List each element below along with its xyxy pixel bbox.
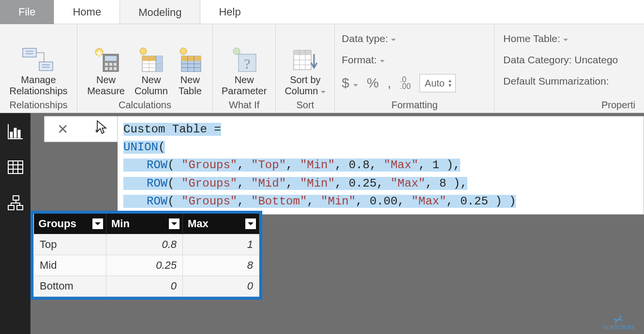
- group-label-sort: Sort: [283, 98, 328, 112]
- svg-rect-25: [181, 56, 201, 61]
- data-type-dropdown[interactable]: Data type:: [342, 33, 396, 44]
- svg-rect-41: [18, 130, 20, 138]
- svg-rect-3: [39, 62, 53, 71]
- left-nav: [0, 113, 30, 334]
- svg-point-23: [180, 48, 187, 55]
- report-view-button[interactable]: [6, 122, 25, 141]
- filter-icon[interactable]: [92, 218, 103, 229]
- home-table-dropdown[interactable]: Home Table:: [503, 33, 568, 44]
- main-area: ✕ ✓ Custom Table = UNION( ROW( "Groups",…: [0, 113, 644, 334]
- svg-rect-34: [294, 50, 311, 55]
- svg-rect-12: [105, 67, 108, 70]
- subscribe-badge: SUBSCRIBE: [603, 314, 635, 330]
- column-header-max[interactable]: Max: [183, 214, 259, 234]
- default-summarization-dropdown[interactable]: Default Summarization:: [503, 75, 609, 87]
- new-measure-icon: [92, 47, 120, 73]
- svg-rect-49: [17, 205, 23, 210]
- currency-format-button[interactable]: $: [342, 75, 358, 91]
- spin-down-icon[interactable]: ▼: [448, 83, 452, 88]
- column-header-groups[interactable]: Groups: [34, 214, 106, 234]
- sort-by-column-icon: [292, 47, 319, 73]
- formula-editor[interactable]: Custom Table = UNION( ROW( "Groups", "To…: [118, 116, 644, 215]
- decimal-format-button[interactable]: .0 .00: [400, 76, 411, 90]
- thousands-separator-button[interactable]: ,: [388, 75, 391, 91]
- svg-rect-48: [8, 205, 14, 210]
- report-view-icon: [7, 123, 24, 140]
- new-table-icon: [178, 47, 203, 73]
- svg-rect-42: [8, 161, 23, 174]
- tab-file[interactable]: File: [0, 0, 54, 24]
- new-column-button[interactable]: New Column: [133, 46, 170, 98]
- svg-text:?: ?: [244, 56, 250, 72]
- svg-rect-0: [23, 48, 36, 57]
- model-view-button[interactable]: [6, 193, 25, 213]
- table-row[interactable]: Bottom 0 0: [34, 276, 259, 297]
- decimal-places-input[interactable]: Auto ▲▼: [419, 74, 456, 92]
- dna-icon: [611, 311, 627, 326]
- svg-rect-10: [109, 63, 112, 66]
- tab-home[interactable]: Home: [54, 0, 120, 24]
- group-label-formatting: Formatting: [342, 100, 487, 112]
- table-row[interactable]: Top 0.8 1: [34, 234, 259, 255]
- table-preview: Groups Min Max Top 0.8 1 Mid 0.25 8: [30, 211, 262, 300]
- data-category-dropdown[interactable]: Data Category: Uncatego: [503, 54, 618, 66]
- column-header-min[interactable]: Min: [106, 214, 183, 234]
- svg-rect-11: [114, 63, 117, 66]
- new-measure-button[interactable]: New Measure: [85, 46, 127, 98]
- group-label-whatif: What If: [220, 98, 269, 112]
- table-row[interactable]: Mid 0.25 8: [34, 255, 259, 276]
- data-view-button[interactable]: [6, 158, 25, 177]
- svg-rect-8: [105, 56, 117, 61]
- model-view-icon: [7, 195, 24, 211]
- relationships-icon: [22, 47, 55, 73]
- percent-format-button[interactable]: %: [367, 75, 379, 91]
- svg-point-30: [233, 48, 240, 55]
- filter-icon[interactable]: [169, 218, 180, 229]
- svg-rect-13: [109, 67, 112, 70]
- menu-tabs: File Home Modeling Help: [0, 0, 644, 24]
- new-column-icon: [137, 47, 165, 73]
- ribbon: Manage Relationships Relationships New M…: [0, 24, 644, 113]
- group-label-calculations: Calculations: [84, 98, 206, 112]
- svg-rect-14: [114, 67, 117, 70]
- new-parameter-button[interactable]: ? New Parameter: [220, 46, 269, 98]
- formula-bar: ✕ ✓ Custom Table = UNION( ROW( "Groups",…: [44, 116, 644, 215]
- data-view-icon: [7, 159, 24, 175]
- group-label-properties: Properti: [503, 100, 644, 112]
- format-dropdown[interactable]: Format:: [342, 54, 384, 66]
- cancel-formula-button[interactable]: ✕: [57, 121, 68, 137]
- new-table-button[interactable]: New Table: [176, 46, 205, 98]
- commit-formula-button[interactable]: ✓: [93, 121, 105, 137]
- tab-help[interactable]: Help: [200, 0, 259, 24]
- manage-relationships-button[interactable]: Manage Relationships: [7, 46, 69, 98]
- filter-icon[interactable]: [245, 218, 256, 229]
- sort-by-column-button[interactable]: Sort by Column: [283, 46, 328, 98]
- svg-point-15: [140, 48, 147, 55]
- svg-rect-9: [105, 63, 108, 66]
- svg-rect-39: [10, 132, 13, 138]
- tab-modeling[interactable]: Modeling: [120, 0, 200, 24]
- svg-rect-40: [14, 128, 16, 138]
- group-label-relationships: Relationships: [7, 98, 70, 112]
- svg-rect-47: [13, 196, 19, 200]
- new-parameter-icon: ?: [231, 47, 258, 73]
